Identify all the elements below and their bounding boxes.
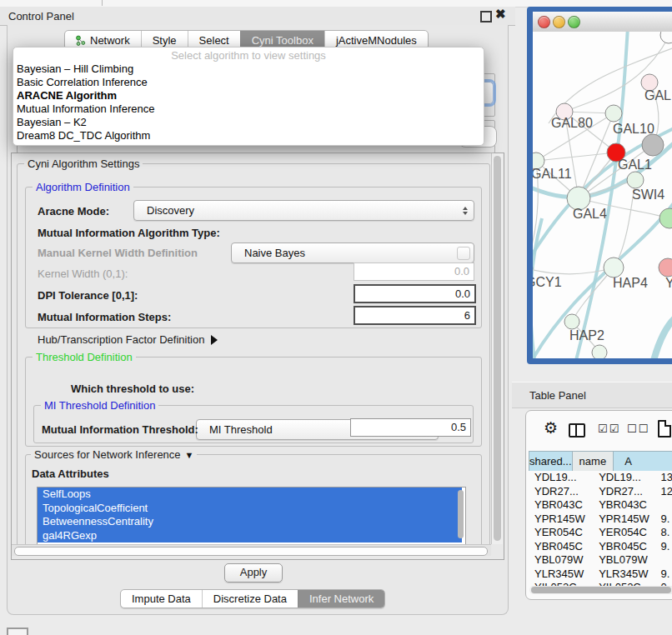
dpi-tolerance-label: DPI Tolerance [0,1]: <box>38 289 138 302</box>
zoom-traffic-light[interactable] <box>568 16 580 28</box>
table-row[interactable]: YBR045CYBR045C9. <box>529 540 672 554</box>
network-node-label: GAL80 <box>551 116 593 130</box>
network-node-hap2[interactable] <box>564 314 579 329</box>
select-all-checkboxes-icon[interactable]: ☑☑ <box>598 422 620 435</box>
collapse-arrow-icon: ▼ <box>185 450 194 460</box>
network-node-label: HAP4 <box>613 276 648 290</box>
tab-discretize-data[interactable]: Discretize Data <box>202 590 298 608</box>
mi-threshold-label: Mutual Information Threshold: <box>42 423 198 436</box>
dpi-tolerance-field[interactable]: 0.0 <box>354 284 476 303</box>
table-row[interactable]: YBR043CYBR043C <box>529 498 672 512</box>
network-node[interactable] <box>659 208 672 228</box>
network-node[interactable] <box>592 345 607 358</box>
table-panel: ⚙ ☑☑ ☐☐ shared... name A YDL19...YDL19..… <box>525 410 672 600</box>
network-node[interactable] <box>660 32 672 43</box>
vscroll-thumb[interactable] <box>494 156 501 541</box>
manual-kernel-label: Manual Kernel Width Definition <box>38 247 198 259</box>
network-edge-highlighted <box>652 315 672 358</box>
network-view-window[interactable]: GALGAL80GAL10GAL1GAL11SWI4GAL4GCY1HAP4YH… <box>527 7 672 364</box>
algorithm-dropdown-placeholder: Select algorithm to view settings <box>13 48 484 62</box>
network-node-label: SWI4 <box>632 188 664 202</box>
tab-infer-network[interactable]: Infer Network <box>298 590 384 608</box>
cyni-algorithm-settings-title: Cyni Algorithm Settings <box>24 158 143 170</box>
table-panel-titlebar: Table Panel <box>512 382 672 408</box>
control-panel-title: Control Panel <box>8 10 74 22</box>
table-row[interactable]: YPR145WYPR145W9. <box>529 512 672 527</box>
close-traffic-light[interactable] <box>538 16 550 28</box>
attribute-item[interactable]: BetweennessCentrality <box>38 515 462 529</box>
mi-steps-field[interactable]: 6 <box>354 306 476 325</box>
table-cell: 9. <box>656 512 672 527</box>
table-cell: 13 <box>656 471 672 485</box>
network-window-titlebar[interactable] <box>533 12 672 32</box>
hub-definition-toggle[interactable]: Hub/Transcription Factor Definition <box>38 333 218 346</box>
table-cell: YDL19... <box>529 471 594 485</box>
network-view-inner: GALGAL80GAL10GAL1GAL11SWI4GAL4GCY1HAP4YH… <box>533 12 672 358</box>
table-cell: YDR27... <box>529 485 594 499</box>
minimized-panel-button[interactable] <box>7 628 28 635</box>
float-panel-icon[interactable] <box>480 11 492 22</box>
table-row[interactable]: YDR27...YDR27...12 <box>529 485 672 499</box>
network-node-swi4[interactable] <box>627 172 644 188</box>
column-header-shared-name[interactable]: shared... <box>529 451 573 471</box>
deselect-all-checkboxes-icon[interactable]: ☐☐ <box>627 422 649 435</box>
tab-infer-network-label: Infer Network <box>309 592 374 605</box>
attribute-item[interactable]: gal4RGexp <box>38 529 462 543</box>
gear-icon[interactable]: ⚙ <box>544 418 558 438</box>
aracne-mode-select[interactable]: Discovery <box>133 200 474 221</box>
table-hscroll-thumb[interactable] <box>531 587 671 593</box>
kernel-width-field[interactable]: 0.0 <box>354 262 474 281</box>
tab-impute-data[interactable]: Impute Data <box>121 590 202 608</box>
network-node-label: HAP2 <box>569 328 604 342</box>
algorithm-option[interactable]: Basic Correlation Inference <box>13 76 484 89</box>
algorithm-option[interactable]: Mutual Information Inference <box>13 102 484 116</box>
algorithm-option[interactable]: ARACNE Algorithm <box>13 89 484 102</box>
hscroll-thumb[interactable] <box>14 547 488 556</box>
mi-type-select[interactable]: Naive Bayes <box>231 242 474 263</box>
network-graph: GALGAL80GAL10GAL1GAL11SWI4GAL4GCY1HAP4YH… <box>533 32 672 358</box>
aracne-mode-label: Aracne Mode: <box>38 205 109 218</box>
algorithm-option[interactable]: Bayesian – Hill Climbing <box>13 62 484 76</box>
algorithm-option[interactable]: Dream8 DC_TDC Algorithm <box>13 129 484 142</box>
settings-horizontal-scrollbar[interactable] <box>12 544 491 556</box>
tab-impute-data-label: Impute Data <box>132 592 191 605</box>
column-header-name[interactable]: name <box>573 451 614 471</box>
apply-button[interactable]: Apply <box>224 563 283 582</box>
table-cell: YBR045C <box>594 540 655 554</box>
algorithm-option[interactable]: Bayesian – K2 <box>13 116 484 129</box>
network-node-gal10[interactable] <box>605 105 622 122</box>
table-horizontal-scrollbar[interactable] <box>529 586 672 594</box>
network-node-label: GAL10 <box>613 122 654 136</box>
network-node[interactable] <box>642 134 664 156</box>
table-cell: YER054C <box>594 526 655 540</box>
sources-group-title[interactable]: Sources for Network Inference▼ <box>31 448 197 461</box>
manual-kernel-checkbox[interactable] <box>457 247 470 260</box>
table-row[interactable]: YDL19...YDL19...13 <box>529 471 672 485</box>
network-node-y[interactable] <box>659 258 672 277</box>
table-cell: YBR043C <box>594 498 655 512</box>
attribute-item[interactable]: TopologicalCoefficient <box>38 502 462 516</box>
network-node-label: GAL11 <box>533 167 572 181</box>
bottom-tabs: Impute Data Discretize Data Infer Networ… <box>120 589 385 608</box>
export-table-icon[interactable] <box>658 420 671 438</box>
network-canvas[interactable]: GALGAL80GAL10GAL1GAL11SWI4GAL4GCY1HAP4YH… <box>533 32 672 358</box>
network-node-hap4[interactable] <box>604 258 624 278</box>
sources-title-label: Sources for Network Inference <box>34 448 181 461</box>
table-row[interactable]: YLR345WYLR345W9. <box>529 568 672 582</box>
list-scrollbar-thumb[interactable] <box>458 490 464 538</box>
table-cell: YER054C <box>529 526 594 540</box>
network-icon <box>76 35 86 46</box>
table-row[interactable]: YER054CYER054C8. <box>529 526 672 540</box>
top-strip-divider <box>102 0 103 6</box>
close-panel-icon[interactable]: ✖ <box>495 7 506 22</box>
mi-threshold-field[interactable]: 0.5 <box>350 418 471 437</box>
column-chooser-icon[interactable] <box>569 423 585 438</box>
table-row[interactable]: YBL079WYBL079W <box>529 553 672 568</box>
attribute-item[interactable]: SelfLoops <box>38 488 462 502</box>
settings-vertical-scrollbar[interactable] <box>491 153 503 544</box>
table-cell: YLR345W <box>594 568 655 582</box>
network-node-label: GAL <box>644 88 671 102</box>
minimize-traffic-light[interactable] <box>553 16 565 28</box>
column-header-third[interactable]: A <box>614 451 672 471</box>
network-node-label: GCY1 <box>533 275 562 289</box>
